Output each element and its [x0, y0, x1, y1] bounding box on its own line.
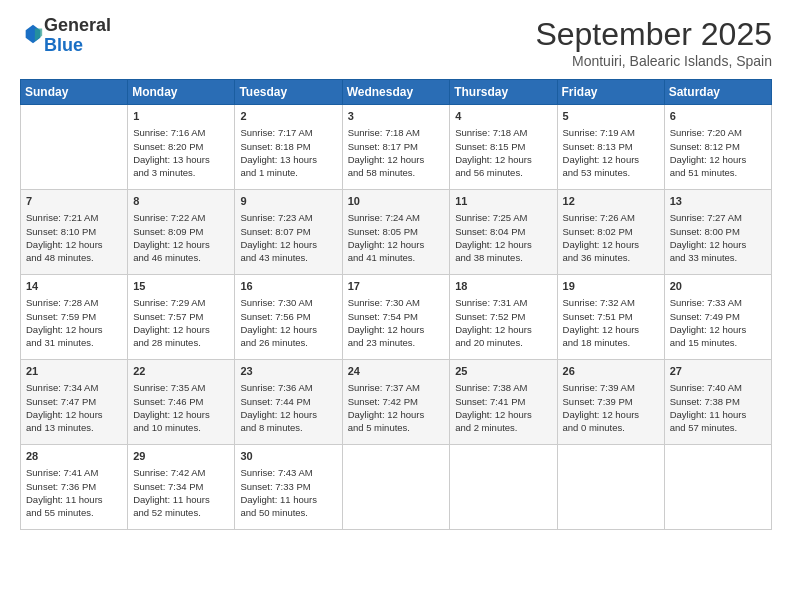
day-number-3-1: 22: [133, 364, 229, 379]
day-number-4-0: 28: [26, 449, 122, 464]
day-number-2-3: 17: [348, 279, 445, 294]
day-number-3-0: 21: [26, 364, 122, 379]
cell-content-3-5: Sunrise: 7:39 AMSunset: 7:39 PMDaylight:…: [563, 381, 659, 434]
day-number-4-1: 29: [133, 449, 229, 464]
cell-1-2: 9Sunrise: 7:23 AMSunset: 8:07 PMDaylight…: [235, 190, 342, 275]
cell-2-1: 15Sunrise: 7:29 AMSunset: 7:57 PMDayligh…: [128, 275, 235, 360]
cell-content-1-6: Sunrise: 7:27 AMSunset: 8:00 PMDaylight:…: [670, 211, 766, 264]
cell-content-2-4: Sunrise: 7:31 AMSunset: 7:52 PMDaylight:…: [455, 296, 551, 349]
cell-content-2-5: Sunrise: 7:32 AMSunset: 7:51 PMDaylight:…: [563, 296, 659, 349]
day-number-2-6: 20: [670, 279, 766, 294]
cell-3-2: 23Sunrise: 7:36 AMSunset: 7:44 PMDayligh…: [235, 360, 342, 445]
day-number-1-5: 12: [563, 194, 659, 209]
day-number-1-1: 8: [133, 194, 229, 209]
cell-content-4-0: Sunrise: 7:41 AMSunset: 7:36 PMDaylight:…: [26, 466, 122, 519]
cell-4-5: [557, 445, 664, 530]
weekday-header-row: Sunday Monday Tuesday Wednesday Thursday…: [21, 80, 772, 105]
cell-content-1-3: Sunrise: 7:24 AMSunset: 8:05 PMDaylight:…: [348, 211, 445, 264]
cell-4-4: [450, 445, 557, 530]
day-number-1-0: 7: [26, 194, 122, 209]
cell-3-6: 27Sunrise: 7:40 AMSunset: 7:38 PMDayligh…: [664, 360, 771, 445]
cell-3-4: 25Sunrise: 7:38 AMSunset: 7:41 PMDayligh…: [450, 360, 557, 445]
cell-content-0-6: Sunrise: 7:20 AMSunset: 8:12 PMDaylight:…: [670, 126, 766, 179]
cell-3-0: 21Sunrise: 7:34 AMSunset: 7:47 PMDayligh…: [21, 360, 128, 445]
day-number-2-2: 16: [240, 279, 336, 294]
cell-2-4: 18Sunrise: 7:31 AMSunset: 7:52 PMDayligh…: [450, 275, 557, 360]
cell-1-3: 10Sunrise: 7:24 AMSunset: 8:05 PMDayligh…: [342, 190, 450, 275]
cell-content-3-1: Sunrise: 7:35 AMSunset: 7:46 PMDaylight:…: [133, 381, 229, 434]
cell-content-2-6: Sunrise: 7:33 AMSunset: 7:49 PMDaylight:…: [670, 296, 766, 349]
header-wednesday: Wednesday: [342, 80, 450, 105]
header: General Blue September 2025 Montuiri, Ba…: [20, 16, 772, 69]
location: Montuiri, Balearic Islands, Spain: [535, 53, 772, 69]
cell-3-1: 22Sunrise: 7:35 AMSunset: 7:46 PMDayligh…: [128, 360, 235, 445]
cell-content-3-6: Sunrise: 7:40 AMSunset: 7:38 PMDaylight:…: [670, 381, 766, 434]
cell-1-0: 7Sunrise: 7:21 AMSunset: 8:10 PMDaylight…: [21, 190, 128, 275]
day-number-3-2: 23: [240, 364, 336, 379]
logo: General Blue: [20, 16, 111, 56]
day-number-2-1: 15: [133, 279, 229, 294]
day-number-0-2: 2: [240, 109, 336, 124]
cell-content-0-5: Sunrise: 7:19 AMSunset: 8:13 PMDaylight:…: [563, 126, 659, 179]
day-number-3-4: 25: [455, 364, 551, 379]
cell-2-2: 16Sunrise: 7:30 AMSunset: 7:56 PMDayligh…: [235, 275, 342, 360]
cell-0-0: [21, 105, 128, 190]
cell-content-3-0: Sunrise: 7:34 AMSunset: 7:47 PMDaylight:…: [26, 381, 122, 434]
cell-0-1: 1Sunrise: 7:16 AMSunset: 8:20 PMDaylight…: [128, 105, 235, 190]
cell-content-3-3: Sunrise: 7:37 AMSunset: 7:42 PMDaylight:…: [348, 381, 445, 434]
day-number-2-0: 14: [26, 279, 122, 294]
cell-content-2-1: Sunrise: 7:29 AMSunset: 7:57 PMDaylight:…: [133, 296, 229, 349]
cell-4-1: 29Sunrise: 7:42 AMSunset: 7:34 PMDayligh…: [128, 445, 235, 530]
day-number-1-4: 11: [455, 194, 551, 209]
week-row-3: 21Sunrise: 7:34 AMSunset: 7:47 PMDayligh…: [21, 360, 772, 445]
day-number-0-6: 6: [670, 109, 766, 124]
cell-0-6: 6Sunrise: 7:20 AMSunset: 8:12 PMDaylight…: [664, 105, 771, 190]
page: General Blue September 2025 Montuiri, Ba…: [0, 0, 792, 612]
header-friday: Friday: [557, 80, 664, 105]
cell-4-6: [664, 445, 771, 530]
title-block: September 2025 Montuiri, Balearic Island…: [535, 16, 772, 69]
week-row-1: 7Sunrise: 7:21 AMSunset: 8:10 PMDaylight…: [21, 190, 772, 275]
cell-content-1-4: Sunrise: 7:25 AMSunset: 8:04 PMDaylight:…: [455, 211, 551, 264]
day-number-3-3: 24: [348, 364, 445, 379]
cell-content-1-1: Sunrise: 7:22 AMSunset: 8:09 PMDaylight:…: [133, 211, 229, 264]
day-number-4-2: 30: [240, 449, 336, 464]
day-number-3-6: 27: [670, 364, 766, 379]
day-number-1-6: 13: [670, 194, 766, 209]
cell-1-1: 8Sunrise: 7:22 AMSunset: 8:09 PMDaylight…: [128, 190, 235, 275]
cell-content-3-4: Sunrise: 7:38 AMSunset: 7:41 PMDaylight:…: [455, 381, 551, 434]
cell-content-2-3: Sunrise: 7:30 AMSunset: 7:54 PMDaylight:…: [348, 296, 445, 349]
cell-3-3: 24Sunrise: 7:37 AMSunset: 7:42 PMDayligh…: [342, 360, 450, 445]
month-title: September 2025: [535, 16, 772, 53]
day-number-2-5: 19: [563, 279, 659, 294]
day-number-3-5: 26: [563, 364, 659, 379]
calendar-table: Sunday Monday Tuesday Wednesday Thursday…: [20, 79, 772, 530]
week-row-0: 1Sunrise: 7:16 AMSunset: 8:20 PMDaylight…: [21, 105, 772, 190]
cell-1-6: 13Sunrise: 7:27 AMSunset: 8:00 PMDayligh…: [664, 190, 771, 275]
day-number-0-1: 1: [133, 109, 229, 124]
header-saturday: Saturday: [664, 80, 771, 105]
cell-content-4-1: Sunrise: 7:42 AMSunset: 7:34 PMDaylight:…: [133, 466, 229, 519]
cell-4-3: [342, 445, 450, 530]
cell-content-2-0: Sunrise: 7:28 AMSunset: 7:59 PMDaylight:…: [26, 296, 122, 349]
day-number-1-2: 9: [240, 194, 336, 209]
cell-3-5: 26Sunrise: 7:39 AMSunset: 7:39 PMDayligh…: [557, 360, 664, 445]
cell-content-0-2: Sunrise: 7:17 AMSunset: 8:18 PMDaylight:…: [240, 126, 336, 179]
cell-0-4: 4Sunrise: 7:18 AMSunset: 8:15 PMDaylight…: [450, 105, 557, 190]
week-row-4: 28Sunrise: 7:41 AMSunset: 7:36 PMDayligh…: [21, 445, 772, 530]
cell-2-6: 20Sunrise: 7:33 AMSunset: 7:49 PMDayligh…: [664, 275, 771, 360]
cell-content-1-5: Sunrise: 7:26 AMSunset: 8:02 PMDaylight:…: [563, 211, 659, 264]
cell-0-5: 5Sunrise: 7:19 AMSunset: 8:13 PMDaylight…: [557, 105, 664, 190]
header-monday: Monday: [128, 80, 235, 105]
cell-4-2: 30Sunrise: 7:43 AMSunset: 7:33 PMDayligh…: [235, 445, 342, 530]
cell-1-4: 11Sunrise: 7:25 AMSunset: 8:04 PMDayligh…: [450, 190, 557, 275]
logo-icon: [22, 23, 44, 45]
cell-2-0: 14Sunrise: 7:28 AMSunset: 7:59 PMDayligh…: [21, 275, 128, 360]
day-number-0-4: 4: [455, 109, 551, 124]
cell-content-1-2: Sunrise: 7:23 AMSunset: 8:07 PMDaylight:…: [240, 211, 336, 264]
cell-content-4-2: Sunrise: 7:43 AMSunset: 7:33 PMDaylight:…: [240, 466, 336, 519]
logo-general-text: General: [44, 15, 111, 35]
cell-2-5: 19Sunrise: 7:32 AMSunset: 7:51 PMDayligh…: [557, 275, 664, 360]
cell-2-3: 17Sunrise: 7:30 AMSunset: 7:54 PMDayligh…: [342, 275, 450, 360]
cell-content-0-1: Sunrise: 7:16 AMSunset: 8:20 PMDaylight:…: [133, 126, 229, 179]
